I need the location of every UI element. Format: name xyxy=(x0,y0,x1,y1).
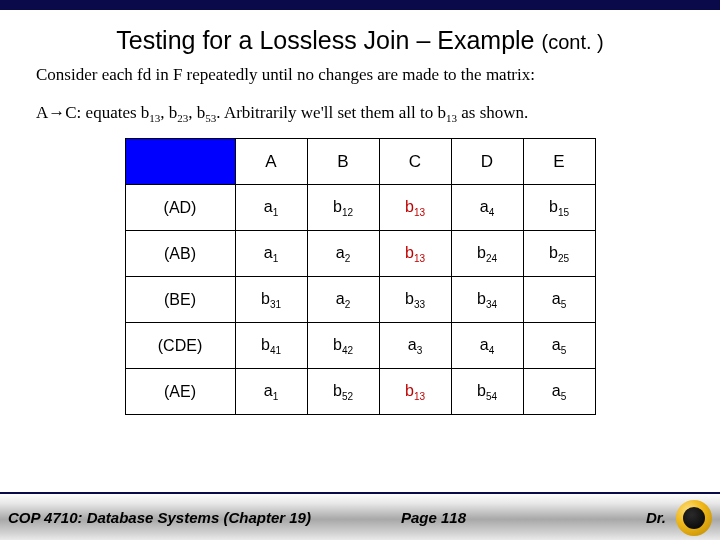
cell: b41 xyxy=(235,323,307,369)
paragraph-1: Consider each fd in F repeatedly until n… xyxy=(36,65,684,85)
top-bar xyxy=(0,0,720,10)
cell: b52 xyxy=(307,369,379,415)
cell-main: a xyxy=(552,382,561,399)
cell: b42 xyxy=(307,323,379,369)
col-D: D xyxy=(451,139,523,185)
cell-sub: 5 xyxy=(561,299,567,310)
cell-sub: 54 xyxy=(486,391,497,402)
cell: a5 xyxy=(523,369,595,415)
cell-sub: 2 xyxy=(345,299,351,310)
cell-main: b xyxy=(333,336,342,353)
cell-sub: 13 xyxy=(414,253,425,264)
p2-comma2: , b xyxy=(188,103,205,122)
col-A: A xyxy=(235,139,307,185)
cell-sub: 41 xyxy=(270,345,281,356)
cell-main: a xyxy=(336,290,345,307)
paragraph-2: A→C: equates b13, b23, b53. Arbitrarily … xyxy=(36,103,684,124)
cell-sub: 31 xyxy=(270,299,281,310)
cell: a1 xyxy=(235,185,307,231)
table-row: (AD)a1b12b13a4b15 xyxy=(125,185,595,231)
table-wrap: A B C D E (AD)a1b12b13a4b15(AB)a1a2b13b2… xyxy=(36,138,684,415)
footer-left: COP 4710: Database Systems (Chapter 19) xyxy=(8,509,311,526)
cell-main: b xyxy=(477,244,486,261)
row-label: (CDE) xyxy=(125,323,235,369)
title-main: Testing for a Lossless Join – Example xyxy=(116,26,534,54)
p2-prefix: A xyxy=(36,103,48,122)
p2-s3: 53 xyxy=(205,112,216,124)
cell-sub: 1 xyxy=(273,253,279,264)
footer-author: Dr. xyxy=(646,509,666,526)
cell: b12 xyxy=(307,185,379,231)
table-row: (AE)a1b52b13b54a5 xyxy=(125,369,595,415)
cell-sub: 34 xyxy=(486,299,497,310)
table-body: (AD)a1b12b13a4b15(AB)a1a2b13b24b25(BE)b3… xyxy=(125,185,595,415)
cell-main: a xyxy=(264,382,273,399)
cell-main: b xyxy=(549,244,558,261)
row-label: (AB) xyxy=(125,231,235,277)
cell-main: a xyxy=(552,336,561,353)
col-B: B xyxy=(307,139,379,185)
table-row: (BE)b31a2b33b34a5 xyxy=(125,277,595,323)
cell-sub: 1 xyxy=(273,207,279,218)
cell-main: a xyxy=(264,198,273,215)
cell-main: b xyxy=(333,198,342,215)
cell-main: b xyxy=(477,382,486,399)
cell: a4 xyxy=(451,323,523,369)
p2-s1: 13 xyxy=(149,112,160,124)
cell-main: a xyxy=(480,336,489,353)
row-label: (AE) xyxy=(125,369,235,415)
cell: a5 xyxy=(523,277,595,323)
cell: b24 xyxy=(451,231,523,277)
cell: a1 xyxy=(235,369,307,415)
logo-icon xyxy=(676,500,712,536)
p2-end: as shown. xyxy=(457,103,528,122)
cell-main: b xyxy=(405,198,414,215)
cell-sub: 52 xyxy=(342,391,353,402)
cell-main: b xyxy=(549,198,558,215)
cell: a3 xyxy=(379,323,451,369)
cell: a1 xyxy=(235,231,307,277)
table-row: (CDE)b41b42a3a4a5 xyxy=(125,323,595,369)
cell: b31 xyxy=(235,277,307,323)
content-area: Consider each fd in F repeatedly until n… xyxy=(0,65,720,415)
cell-main: b xyxy=(405,382,414,399)
p2-s2: 23 xyxy=(177,112,188,124)
p2-s4: 13 xyxy=(446,112,457,124)
cell-sub: 13 xyxy=(414,207,425,218)
cell-main: a xyxy=(480,198,489,215)
p2-rest: . Arbitrarily we'll set them all to b xyxy=(216,103,446,122)
cell-sub: 13 xyxy=(414,391,425,402)
cell-main: b xyxy=(261,336,270,353)
cell-sub: 33 xyxy=(414,299,425,310)
row-label: (AD) xyxy=(125,185,235,231)
cell-main: b xyxy=(405,290,414,307)
cell-sub: 3 xyxy=(417,345,423,356)
cell-main: a xyxy=(552,290,561,307)
table-row: (AB)a1a2b13b24b25 xyxy=(125,231,595,277)
cell: b34 xyxy=(451,277,523,323)
footer-page: Page 118 xyxy=(401,509,466,526)
cell-main: a xyxy=(264,244,273,261)
cell-sub: 1 xyxy=(273,391,279,402)
cell-sub: 12 xyxy=(342,207,353,218)
cell: b13 xyxy=(379,185,451,231)
cell: b13 xyxy=(379,369,451,415)
cell: b15 xyxy=(523,185,595,231)
cell: b54 xyxy=(451,369,523,415)
cell: a5 xyxy=(523,323,595,369)
cell-sub: 4 xyxy=(489,207,495,218)
cell-main: b xyxy=(405,244,414,261)
cell-main: b xyxy=(261,290,270,307)
cell-sub: 25 xyxy=(558,253,569,264)
p2-c: C: equates b xyxy=(65,103,149,122)
cell-sub: 5 xyxy=(561,391,567,402)
cell: a2 xyxy=(307,231,379,277)
cell-main: a xyxy=(408,336,417,353)
cell: a4 xyxy=(451,185,523,231)
cell-sub: 4 xyxy=(489,345,495,356)
logo-inner xyxy=(683,507,705,529)
cell: b25 xyxy=(523,231,595,277)
cell-sub: 15 xyxy=(558,207,569,218)
cell-sub: 2 xyxy=(345,253,351,264)
col-C: C xyxy=(379,139,451,185)
